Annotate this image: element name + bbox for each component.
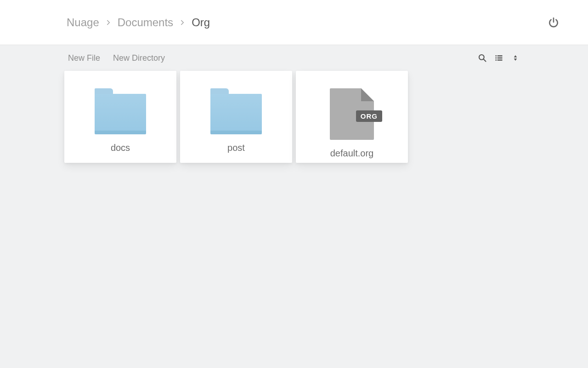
toolbar: New File New Directory — [0, 45, 588, 71]
breadcrumb-item-current: Org — [192, 16, 210, 29]
file-grid: docs post ORG default.org — [0, 71, 588, 163]
chevron-right-icon — [104, 18, 113, 27]
folder-icon — [210, 88, 262, 134]
list-view-icon[interactable] — [494, 53, 503, 63]
item-label: docs — [111, 143, 130, 153]
search-icon[interactable] — [478, 53, 487, 63]
file-ext-badge: ORG — [356, 110, 382, 122]
breadcrumb-item-documents[interactable]: Documents — [118, 16, 173, 29]
svg-rect-3 — [496, 58, 497, 59]
chevron-right-icon — [178, 18, 187, 27]
svg-rect-6 — [498, 59, 503, 61]
sort-icon[interactable] — [511, 53, 520, 63]
header-bar: Nuage Documents Org — [0, 0, 588, 45]
svg-rect-2 — [498, 55, 503, 57]
item-label: post — [227, 143, 245, 153]
item-label: default.org — [330, 148, 374, 159]
power-icon[interactable] — [548, 17, 560, 29]
new-file-button[interactable]: New File — [68, 53, 100, 63]
svg-rect-1 — [496, 55, 497, 57]
svg-rect-5 — [496, 59, 497, 61]
file-item[interactable]: ORG default.org — [296, 71, 408, 163]
folder-item[interactable]: post — [180, 71, 292, 163]
svg-rect-4 — [498, 58, 503, 59]
folder-icon — [95, 88, 146, 134]
new-directory-button[interactable]: New Directory — [113, 53, 165, 63]
breadcrumb: Nuage Documents Org — [67, 16, 210, 29]
toolbar-icons — [478, 53, 520, 63]
folder-item[interactable]: docs — [64, 71, 176, 163]
breadcrumb-item-root[interactable]: Nuage — [67, 16, 99, 29]
file-icon: ORG — [330, 88, 374, 140]
